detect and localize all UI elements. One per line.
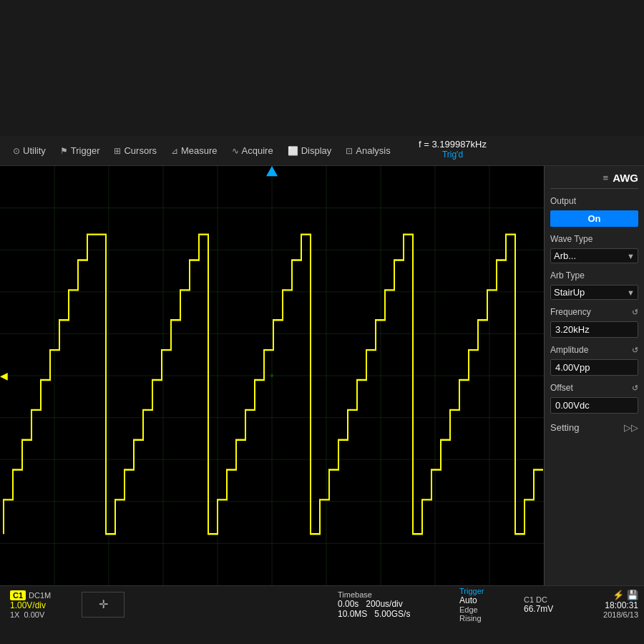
svg-point-19 [270, 374, 273, 378]
menu-acquire-label: Acquire [242, 145, 273, 156]
trig-mode: Auto [459, 595, 517, 605]
menu-utility[interactable]: ⊙ Utility [6, 142, 53, 159]
wave-type-arrow: ▼ [627, 252, 635, 260]
trig-type: Edge [459, 605, 517, 614]
arb-type-arrow: ▼ [627, 288, 635, 297]
timebase-block: Timebase 0.00s 200us/div 10.0MS 5.00GS/s [338, 590, 452, 619]
time-icons: ⚡ 💾 [613, 590, 638, 600]
awg-panel: ≡ AWG Output On Wave Type Arb... ▼ Arb T… [544, 166, 644, 585]
frequency-refresh-icon: ↺ [632, 308, 638, 317]
usb-icon: ⚡ [613, 590, 624, 600]
wave-type-value: Arb... [554, 250, 576, 261]
trigger-icon: ⚑ [60, 146, 68, 156]
cursor-cross-icon: ✛ [99, 597, 108, 611]
amplitude-value[interactable]: 4.00Vpp [550, 359, 638, 376]
scope-screen: ◀ [0, 166, 544, 585]
menu-trigger[interactable]: ⚑ Trigger [53, 142, 107, 159]
wave-type-label: Wave Type [550, 234, 638, 244]
tb-total: 10.0MS [338, 609, 367, 619]
date-value: 2018/6/13 [603, 610, 638, 619]
ch1dc-block: C1 DC 66.7mV [524, 595, 574, 614]
menu-utility-label: Utility [23, 145, 46, 156]
ch1-offset: 0.00V [24, 610, 44, 619]
menu-analysis[interactable]: ⊡ Analysis [338, 142, 397, 159]
panel-header: ≡ AWG [550, 172, 638, 189]
cursors-icon: ⊞ [114, 146, 121, 156]
acquire-icon: ∿ [232, 146, 239, 156]
setting-row[interactable]: Setting ▷▷ [550, 422, 638, 433]
setting-arrows-icon: ▷▷ [624, 422, 638, 433]
main-area: ◀ ≡ AWG Output On Wave Type Arb... ▼ Arb… [0, 166, 644, 585]
wave-type-dropdown[interactable]: Arb... ▼ [550, 248, 638, 263]
tb-div: 200us/div [366, 599, 402, 609]
analysis-icon: ⊡ [346, 146, 353, 156]
ch1-probe: 1X [10, 610, 19, 619]
offset-refresh-icon: ↺ [632, 384, 638, 393]
menu-display-label: Display [301, 145, 332, 156]
time-block: ⚡ 💾 18:00:31 2018/6/13 [581, 590, 638, 619]
waveform-display [0, 166, 544, 585]
trigger-block: Trigger Auto Edge Rising [459, 587, 517, 623]
ch1-badge: C1 [10, 590, 26, 600]
trigger-header: Trigger [459, 587, 517, 595]
menu-display[interactable]: ⬜ Display [280, 142, 339, 159]
arb-type-value: StairUp [554, 287, 585, 298]
setting-label: Setting [550, 422, 579, 433]
measure-icon: ⊿ [171, 146, 178, 156]
channel-arrow: ◀ [0, 370, 8, 381]
ch1dc-label: C1 DC [524, 595, 574, 604]
utility-icon: ⊙ [13, 146, 20, 156]
menu-measure-label: Measure [181, 145, 218, 156]
panel-title: AWG [613, 172, 638, 184]
frequency-value[interactable]: 3.20kHz [550, 321, 638, 338]
menu-cursors-label: Cursors [124, 145, 157, 156]
tb-pos: 0.00s [338, 599, 358, 609]
ch1-div: 1.00V/div [10, 600, 73, 610]
arb-type-dropdown[interactable]: StairUp ▼ [550, 285, 638, 300]
offset-value[interactable]: 0.00Vdc [550, 397, 638, 414]
timebase-label: Timebase [338, 590, 452, 599]
panel-menu-icon: ≡ [603, 172, 609, 183]
tb-rate: 5.00GS/s [374, 609, 410, 619]
arb-type-label: Arb Type [550, 270, 638, 280]
trig-level: 66.7mV [524, 604, 574, 614]
menu-analysis-label: Analysis [356, 145, 390, 156]
offset-label: Offset ↺ [550, 383, 638, 393]
display-icon: ⬜ [288, 146, 298, 156]
menu-bar: ⊙ Utility ⚑ Trigger ⊞ Cursors ⊿ Measure … [0, 136, 644, 166]
time-value: 18:00:31 [605, 600, 638, 610]
amplitude-label: Amplitude ↺ [550, 345, 638, 355]
output-button[interactable]: On [550, 210, 638, 227]
menu-cursors[interactable]: ⊞ Cursors [107, 142, 164, 159]
freq-display: f = 3.199987kHz Trig'd [419, 139, 487, 160]
ch1-block: C1 DC1M 1.00V/div 1X 0.00V [6, 589, 77, 620]
save-icon: 💾 [627, 590, 638, 600]
amplitude-refresh-icon: ↺ [632, 346, 638, 355]
freq-value: f = 3.199987kHz [419, 139, 487, 150]
frequency-label: Frequency ↺ [550, 307, 638, 317]
oscilloscope-container: ⊙ Utility ⚑ Trigger ⊞ Cursors ⊿ Measure … [0, 136, 644, 623]
ch1-label-row: C1 DC1M [10, 590, 73, 600]
output-label: Output [550, 196, 638, 206]
cursor-box: ✛ [82, 592, 125, 618]
menu-acquire[interactable]: ∿ Acquire [225, 142, 280, 159]
menu-trigger-label: Trigger [71, 145, 100, 156]
ch1-coupling: DC1M [29, 591, 51, 600]
menu-measure[interactable]: ⊿ Measure [164, 142, 225, 159]
trig-subtype: Rising [459, 614, 517, 623]
status-bar: C1 DC1M 1.00V/div 1X 0.00V ✛ Timebase 0.… [0, 585, 644, 623]
trig-status: Trig'd [419, 150, 487, 160]
